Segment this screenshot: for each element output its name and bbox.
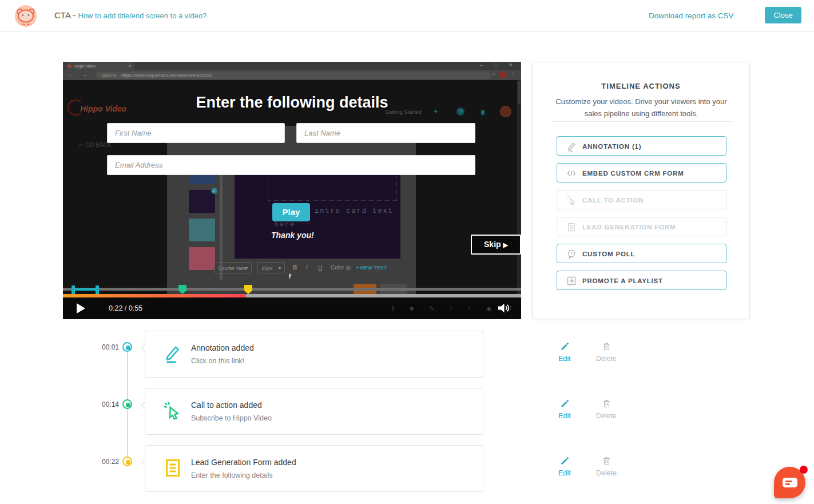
timeline-actions-panel: TIMELINE ACTIONS Customize your videos. … — [532, 62, 750, 319]
check-icon: ✓ — [211, 188, 217, 194]
event-timestamp: 00:22 — [90, 458, 119, 466]
pencil-icon — [162, 343, 183, 364]
time-display: 0:22 / 0:55 — [109, 304, 142, 312]
form-icon — [162, 458, 183, 478]
edit-label: Edit — [550, 469, 579, 477]
action-label: LEAD GENERATION FORM — [582, 217, 676, 237]
underline-icon: U — [318, 264, 322, 271]
action-label: EMBED CUSTOM CRM FORM — [582, 164, 684, 183]
delete-label: Delete — [591, 355, 621, 363]
event-card-annotation: Annotation added Click on this link! Edi… — [145, 331, 483, 378]
app-header: CTA - How to add title/end screen to a v… — [0, 0, 814, 32]
edit-pencil-icon — [560, 399, 570, 408]
intro-card-text: here — [275, 221, 296, 229]
delete-button[interactable]: Delete — [591, 399, 621, 420]
close-button[interactable]: Close — [765, 7, 801, 23]
action-label: PROMOTE A PLAYLIST — [582, 271, 663, 291]
edit-button[interactable]: Edit — [550, 342, 579, 363]
cursor-click-icon — [162, 400, 183, 421]
annotation-action-button[interactable]: ANNOTATION (1) — [557, 136, 726, 156]
call-to-action-button: CALL TO ACTION — [557, 190, 726, 209]
event-dot[interactable] — [122, 399, 132, 409]
color-picker-label: Color ◎ — [331, 264, 351, 271]
event-dot[interactable] — [122, 457, 132, 466]
template-thumbnail — [189, 219, 215, 241]
favicon-icon — [68, 65, 72, 68]
event-card-lead-form: Lead Generation Form added Enter the fol… — [145, 445, 483, 492]
event-timestamp: 00:01 — [90, 343, 119, 351]
event-title: Call to action added — [191, 400, 262, 410]
edit-label: Edit — [550, 412, 579, 420]
recorded-go-back: ↩ GO BACK — [79, 142, 112, 148]
italic-icon: I — [306, 264, 308, 271]
panel-title: TIMELINE ACTIONS — [533, 82, 749, 90]
bold-icon: B — [293, 264, 297, 271]
delete-label: Delete — [591, 469, 621, 477]
intro-preview: Play intro card text here Thank you! — [235, 164, 400, 259]
recorded-browser-tabbar: Hippo Video ✕ – □ ✕ — [63, 62, 521, 70]
event-title: Lead Generation Form added — [191, 458, 296, 467]
edit-label: Edit — [550, 355, 579, 363]
video-player: Hippo Video ✕ – □ ✕ ← → ↻ Secure https:/… — [63, 62, 521, 319]
text-selection-box — [268, 171, 397, 201]
bookmark-star-icon: ☆ — [491, 71, 496, 77]
lead-form-title: Enter the following details — [63, 94, 521, 112]
thank-you-text: Thank you! — [271, 231, 314, 240]
trash-icon — [602, 342, 612, 351]
chat-bubble-icon — [783, 478, 797, 487]
divider — [551, 121, 732, 122]
font-family-value: Courier New — [218, 265, 247, 271]
last-name-field[interactable] — [296, 123, 475, 143]
lead-form-marker[interactable] — [244, 285, 252, 291]
player-controls: 0:22 / 0:55 ‖ ■ ✎ / ○ ◆ ↺ — [63, 297, 521, 319]
pencil-icon — [566, 141, 577, 152]
edit-button[interactable]: Edit — [550, 399, 579, 420]
new-text-link: + NEW TEXT — [356, 265, 387, 271]
annotation-range-bar[interactable] — [72, 288, 99, 291]
url-text: https://www.hippovideo.io/video/view/625… — [121, 72, 212, 79]
recorded-browser-urlbar: ← → ↻ Secure https://www.hippovideo.io/v… — [63, 70, 521, 80]
window-controls: – □ ✕ — [481, 62, 518, 68]
poll-icon: ? — [566, 249, 577, 259]
notification-dot — [800, 466, 808, 474]
promote-playlist-button[interactable]: PROMOTE A PLAYLIST — [557, 271, 726, 290]
custom-poll-button[interactable]: ? CUSTOM POLL — [557, 244, 726, 263]
hippo-logo-icon — [14, 5, 37, 27]
delete-label: Delete — [591, 412, 621, 420]
event-title: Annotation added — [191, 343, 254, 352]
browser-menu-icon: ⋮ — [510, 71, 515, 77]
address-bar: Secure https://www.hippovideo.io/video/v… — [96, 72, 491, 79]
skip-label: Skip — [484, 240, 501, 249]
email-field[interactable] — [107, 155, 475, 175]
tab-close-icon: ✕ — [128, 62, 132, 70]
first-name-field[interactable] — [107, 123, 285, 143]
play-arrow-icon: ▶ — [503, 241, 508, 248]
trash-icon — [602, 456, 612, 466]
delete-button[interactable]: Delete — [591, 342, 621, 363]
playlist-icon — [566, 276, 577, 286]
code-icon — [566, 168, 577, 178]
action-label: ANNOTATION (1) — [582, 137, 641, 156]
download-csv-link[interactable]: Download report as CSV — [649, 11, 734, 20]
template-thumbnail-selected: ✓ — [189, 190, 215, 213]
skip-button[interactable]: Skip ▶ — [471, 235, 521, 255]
embed-crm-form-button[interactable]: EMBED CUSTOM CRM FORM — [557, 163, 726, 182]
chat-widget-button[interactable] — [774, 467, 805, 498]
play-button[interactable] — [77, 303, 85, 313]
edit-pencil-icon — [560, 342, 570, 351]
cta-marker[interactable] — [178, 285, 186, 291]
marker-track[interactable] — [63, 288, 521, 291]
trash-icon — [602, 399, 612, 408]
event-timestamp: 00:14 — [90, 400, 119, 408]
action-label: CUSTOM POLL — [582, 244, 635, 264]
recorded-mouse-cursor — [289, 273, 292, 280]
delete-button[interactable]: Delete — [591, 456, 621, 477]
edit-button[interactable]: Edit — [550, 456, 579, 477]
volume-icon[interactable] — [498, 303, 511, 316]
form-icon — [566, 222, 577, 232]
caret-down-icon — [278, 267, 281, 269]
video-title: How to add title/end screen to a video? — [78, 11, 207, 20]
event-subtitle: Click on this link! — [191, 357, 244, 365]
event-dot[interactable] — [122, 342, 132, 352]
dialog-text-toolbar: Courier New 25px B I U Color ◎ + NEW TEX… — [167, 262, 416, 275]
